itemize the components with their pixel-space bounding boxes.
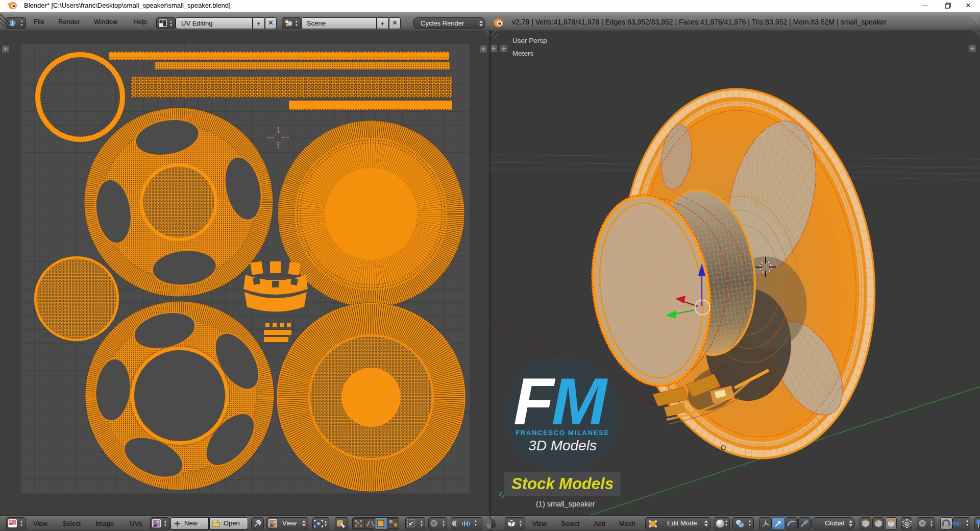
- svg-text:y: y: [499, 490, 502, 496]
